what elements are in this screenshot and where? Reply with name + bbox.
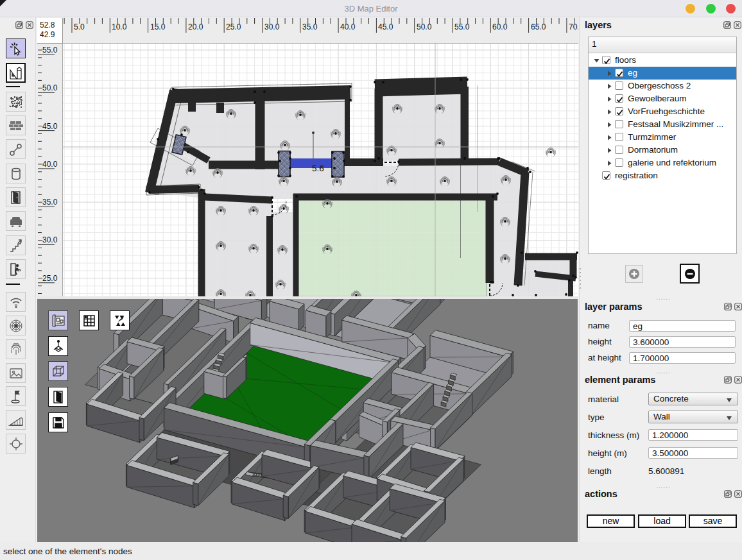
- svg-text:30.0: 30.0: [264, 22, 280, 31]
- svg-text:25.0: 25.0: [42, 274, 58, 283]
- svg-text:25.0: 25.0: [226, 22, 241, 31]
- svg-text:55.0: 55.0: [454, 22, 470, 31]
- svg-text:45.0: 45.0: [378, 22, 393, 31]
- svg-text:20.0: 20.0: [188, 22, 203, 31]
- svg-text:5.6: 5.6: [312, 164, 324, 173]
- svg-text:55.0: 55.0: [42, 46, 58, 55]
- svg-text:10.0: 10.0: [112, 22, 127, 31]
- svg-text:40.0: 40.0: [42, 160, 58, 169]
- svg-text:5.0: 5.0: [74, 22, 85, 31]
- svg-text:60.0: 60.0: [492, 22, 508, 31]
- svg-text:15.0: 15.0: [150, 22, 166, 31]
- svg-text:50.0: 50.0: [417, 22, 432, 31]
- svg-text:45.0: 45.0: [42, 122, 58, 131]
- svg-text:65.0: 65.0: [531, 22, 546, 31]
- svg-text:30.0: 30.0: [42, 235, 58, 244]
- svg-text:50.0: 50.0: [42, 83, 58, 92]
- svg-text:35.0: 35.0: [302, 22, 318, 31]
- svg-text:70.0: 70.0: [569, 22, 578, 31]
- svg-text:40.0: 40.0: [340, 22, 356, 31]
- svg-text:35.0: 35.0: [42, 198, 58, 207]
